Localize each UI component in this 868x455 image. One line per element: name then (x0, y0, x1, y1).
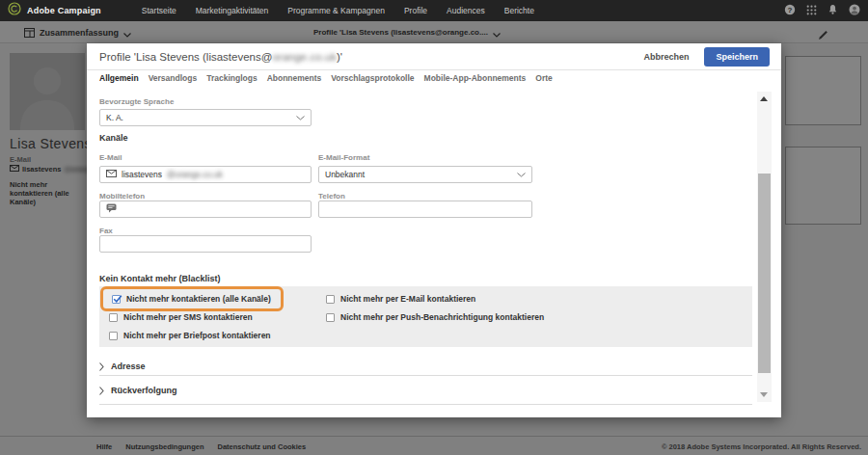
email-label: E-Mail (99, 153, 122, 162)
tab-trackinglogs[interactable]: Trackinglogs (206, 73, 257, 83)
tab-mobile-app-abonnements[interactable]: Mobile-App-Abonnements (424, 73, 527, 83)
mobile-sms-icon (106, 203, 117, 215)
checkbox-briefpost[interactable] (109, 332, 118, 340)
checkbox-sms[interactable] (109, 313, 118, 322)
section-adresse[interactable]: Adresse (99, 361, 146, 372)
tab-abonnements[interactable]: Abonnements (267, 73, 322, 83)
checkbox-label: Nicht mehr per E-Mail kontaktieren (340, 294, 475, 304)
nav-item-audiences[interactable]: Audiences (447, 6, 485, 15)
help-icon[interactable]: ? (784, 2, 796, 19)
brand-label: Adobe Campaign (27, 6, 101, 15)
blacklist-panel: Nicht mehr kontaktieren (alle Kanäle) Ni… (99, 286, 752, 347)
checkbox-email[interactable] (326, 295, 335, 304)
blacklist-push-row[interactable]: Nicht mehr per Push-Benachrichtigung kon… (326, 311, 544, 323)
checkbox-label: Nicht mehr kontaktieren (alle Kanäle) (126, 294, 271, 304)
fax-field[interactable] (99, 235, 312, 253)
checkbox-all-channels[interactable] (112, 295, 121, 304)
top-nav-bar: Adobe Campaign Startseite Marketingaktiv… (0, 0, 868, 21)
apps-grid-icon[interactable] (806, 2, 817, 19)
blacklist-section-header: Kein Kontakt mehr (Blacklist) (99, 274, 221, 283)
nav-item-programme-kampagnen[interactable]: Programme & Kampagnen (287, 6, 385, 15)
top-nav-utilities: ? (784, 0, 860, 21)
checkbox-label: Nicht mehr per SMS kontaktieren (123, 312, 253, 322)
channels-section-header: Kanäle (99, 133, 128, 143)
language-value: K. A. (106, 113, 296, 122)
adobe-campaign-logo-icon (8, 2, 21, 19)
email-format-label: E-Mail-Format (318, 153, 369, 162)
nav-item-profile[interactable]: Profile (404, 6, 427, 15)
scrollbar-thumb[interactable] (758, 174, 771, 373)
language-label: Bevorzugte Sprache (99, 97, 174, 106)
chevron-right-icon (99, 358, 104, 375)
cancel-button[interactable]: Abbrechen (643, 52, 689, 62)
email-value-domain-blurred: @orange.co.uk (167, 170, 223, 179)
blacklist-briefpost-row[interactable]: Nicht mehr per Briefpost kontaktieren (109, 330, 271, 341)
scroll-down-arrow-icon[interactable] (760, 392, 768, 397)
dialog-title-blurred-domain: orange.co.uk (272, 51, 337, 63)
check-icon (113, 295, 122, 304)
blacklist-email-row[interactable]: Nicht mehr per E-Mail kontaktieren (326, 293, 475, 305)
language-select[interactable]: K. A. (99, 109, 312, 126)
chevron-down-icon (296, 113, 305, 122)
phone-label: Telefon (318, 192, 345, 201)
nav-item-startseite[interactable]: Startseite (142, 6, 176, 15)
email-value-user: lisastevens (122, 170, 162, 179)
email-field[interactable]: lisastevens@orange.co.uk (99, 166, 312, 183)
save-button[interactable]: Speichern (704, 47, 770, 67)
section-rueckverfolgung[interactable]: Rückverfolgung (99, 385, 177, 396)
svg-text:?: ? (788, 6, 793, 14)
email-format-select[interactable]: Unbekannt (318, 166, 532, 183)
checkbox-push[interactable] (326, 313, 335, 322)
blacklist-sms-row[interactable]: Nicht mehr per SMS kontaktieren (109, 311, 253, 323)
email-format-value: Unbekannt (325, 170, 517, 179)
dialog-tabs: Allgemein Versandlogs Trackinglogs Abonn… (99, 73, 553, 83)
scroll-up-arrow-icon[interactable] (760, 96, 768, 101)
adobe-campaign-brand[interactable]: Adobe Campaign (8, 2, 101, 19)
section-label: Rückverfolgung (111, 386, 177, 395)
tab-vorschlagsprotokolle[interactable]: Vorschlagsprotokolle (331, 73, 414, 83)
user-avatar[interactable] (849, 2, 860, 19)
mobile-field[interactable] (99, 201, 312, 218)
notifications-bell-icon[interactable] (827, 2, 838, 19)
top-nav-items: Startseite Marketingaktivitäten Programm… (142, 6, 534, 15)
phone-field[interactable] (318, 201, 532, 218)
dialog-title: Profile 'Lisa Stevens (lisastevens@orang… (99, 51, 342, 63)
mobile-label: Mobiltelefon (99, 192, 145, 201)
chevron-right-icon (99, 382, 104, 399)
divider (99, 404, 752, 405)
section-label: Adresse (111, 361, 146, 371)
dialog-scrollbar[interactable] (757, 92, 772, 402)
nav-item-marketingaktivitaeten[interactable]: Marketingaktivitäten (196, 6, 269, 15)
tab-orte[interactable]: Orte (535, 73, 552, 83)
tab-allgemein[interactable]: Allgemein (99, 73, 139, 83)
highlighted-blacklist-all-channels[interactable]: Nicht mehr kontaktieren (alle Kanäle) (100, 286, 284, 311)
divider (99, 375, 752, 376)
checkbox-label: Nicht mehr per Push-Benachrichtigung kon… (340, 312, 544, 322)
dialog-header: Profile 'Lisa Stevens (lisastevens@orang… (87, 43, 781, 70)
checkbox-label: Nicht mehr per Briefpost kontaktieren (123, 331, 271, 340)
dialog-actions: Abbrechen Speichern (643, 43, 770, 70)
chevron-down-icon (517, 170, 526, 179)
profile-edit-dialog: Profile 'Lisa Stevens (lisastevens@orang… (87, 43, 781, 417)
nav-item-berichte[interactable]: Berichte (504, 6, 534, 15)
envelope-icon (106, 170, 117, 179)
fax-label: Fax (99, 227, 113, 235)
tab-versandlogs[interactable]: Versandlogs (149, 73, 198, 83)
